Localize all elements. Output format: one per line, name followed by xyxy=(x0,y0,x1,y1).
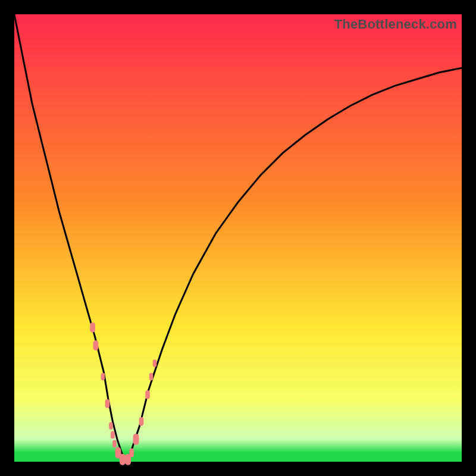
bead-marker xyxy=(149,373,154,381)
bead-marker xyxy=(90,322,95,333)
bead-marker xyxy=(129,449,134,458)
bead-marker xyxy=(139,417,144,426)
bead-marker xyxy=(153,359,157,367)
curve-layer xyxy=(14,14,462,462)
bead-marker xyxy=(109,422,113,430)
bead-marker xyxy=(105,399,110,408)
bottleneck-curve xyxy=(14,14,462,462)
bead-marker xyxy=(111,431,115,439)
watermark-label: TheBottleneck.com xyxy=(334,17,457,32)
bead-marker xyxy=(93,340,99,350)
bead-marker xyxy=(145,390,150,399)
bead-marker xyxy=(112,440,117,448)
bead-marker xyxy=(133,434,139,445)
bead-marker xyxy=(120,454,126,465)
chart-frame: TheBottleneck.com xyxy=(14,14,462,462)
bead-marker xyxy=(101,373,105,381)
bead-cluster xyxy=(90,322,156,465)
